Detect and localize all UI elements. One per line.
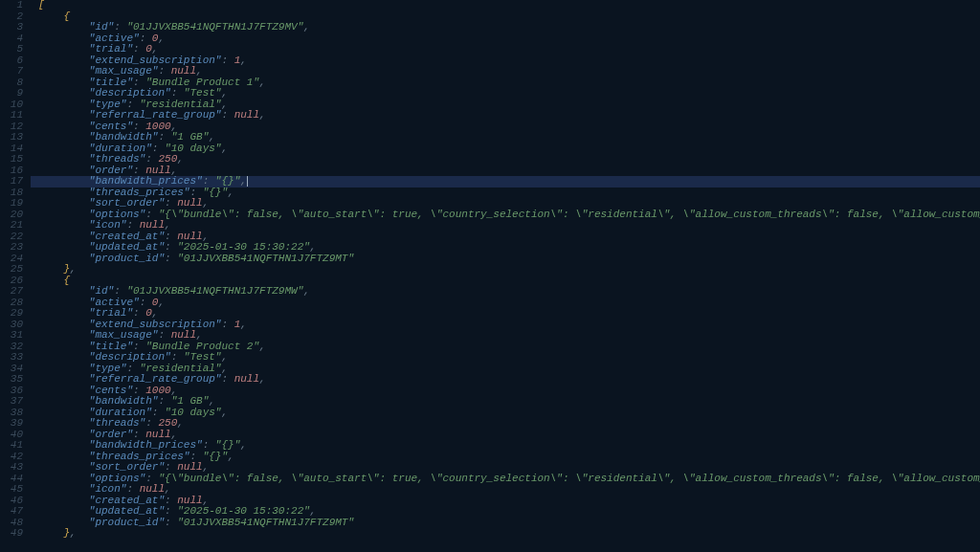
token-punct: :: [133, 165, 145, 176]
token-punct: :: [145, 473, 158, 484]
token-key: "active": [89, 33, 140, 44]
code-line[interactable]: "id": "01JJVXBB541NQFTHN1J7FTZ9MW",: [31, 286, 980, 298]
token-null: null: [234, 109, 259, 121]
token-punct: :: [133, 429, 145, 440]
token-punct: ,: [228, 451, 234, 462]
token-null: null: [171, 65, 196, 77]
token-key: "created_at": [89, 495, 165, 506]
token-str: "10 days": [165, 407, 221, 418]
token-key: "updated_at": [89, 241, 165, 253]
token-null: null: [140, 219, 165, 231]
token-punct: ,: [152, 307, 159, 319]
code-line[interactable]: "active": 0,: [31, 33, 980, 45]
token-key: "referral_rate_group": [89, 373, 222, 385]
token-key: "icon": [89, 483, 127, 495]
code-line[interactable]: "options": "{\"bundle\": false, \"auto_s…: [31, 210, 980, 221]
token-key: "active": [89, 297, 140, 308]
token-punct: :: [189, 451, 202, 462]
token-key: "options": [89, 473, 145, 484]
line-number: 37: [0, 396, 23, 408]
token-punct: :: [133, 121, 145, 132]
token-str: "01JJVXBB541NQFTHN1J7FTZ9MW": [126, 285, 303, 297]
token-str: "{\"bundle\": false, \"auto_start\": tru…: [158, 209, 980, 220]
token-punct: ,: [310, 505, 317, 517]
token-key: "max_usage": [89, 329, 159, 341]
token-punct: :: [158, 329, 170, 341]
token-punct: ,: [196, 329, 203, 341]
token-punct: ,: [240, 175, 247, 187]
line-number: 47: [0, 506, 23, 518]
token-punct: ,: [158, 33, 165, 44]
token-punct: :: [114, 21, 126, 33]
token-punct: ,: [310, 241, 317, 253]
code-content[interactable]: [ { "id": "01JJVXBB541NQFTHN1J7FTZ9MV", …: [31, 0, 980, 552]
token-punct: ,: [165, 219, 171, 231]
token-punct: :: [165, 253, 177, 264]
line-number: 45: [0, 484, 23, 496]
token-null: null: [140, 483, 165, 495]
token-key: "cents": [89, 121, 133, 132]
line-number: 29: [0, 308, 23, 320]
code-line[interactable]: "id": "01JJVXBB541NQFTHN1J7FTZ9MV",: [31, 22, 980, 33]
line-number: 41: [0, 440, 23, 452]
code-line[interactable]: [: [31, 0, 980, 11]
line-number-gutter: 1234567891011121314151617181920212223242…: [0, 0, 31, 552]
token-key: "order": [89, 165, 133, 176]
line-number: 17: [0, 176, 23, 188]
token-key: "title": [89, 341, 133, 352]
token-key: "order": [89, 429, 133, 440]
line-number: 5: [0, 44, 23, 55]
token-key: "id": [89, 21, 114, 33]
token-str: "{\"bundle\": false, \"auto_start\": tru…: [158, 473, 980, 484]
token-punct: ,: [259, 373, 266, 385]
token-str: "residential": [140, 363, 222, 374]
code-line[interactable]: "options": "{\"bundle\": false, \"auto_s…: [31, 474, 980, 485]
token-punct: ,: [259, 77, 266, 88]
token-punct: :: [189, 187, 202, 198]
token-null: null: [234, 373, 259, 385]
token-key: "threads_prices": [89, 451, 190, 462]
token-key: "bandwidth": [89, 131, 159, 143]
code-line[interactable]: "active": 0,: [31, 298, 980, 309]
text-cursor: [247, 176, 248, 187]
token-str: "01JJVXBB541NQFTHN1J7FTZ9MT": [177, 253, 354, 264]
token-num: 250: [158, 417, 177, 429]
token-punct: :: [133, 385, 145, 396]
line-number: 39: [0, 418, 23, 430]
line-number: 1: [0, 0, 23, 11]
token-punct: :: [165, 495, 177, 506]
line-number: 13: [0, 132, 23, 144]
code-line[interactable]: "product_id": "01JJVXBB541NQFTHN1J7FTZ9M…: [31, 518, 980, 529]
token-punct: :: [133, 307, 145, 319]
code-line[interactable]: },: [31, 264, 980, 276]
token-punct: ,: [171, 385, 178, 396]
token-key: "duration": [89, 407, 152, 418]
token-punct: ,: [259, 109, 266, 121]
token-str: "Test": [184, 87, 222, 99]
token-punct: ,: [209, 131, 215, 143]
code-line[interactable]: },: [31, 528, 980, 540]
token-punct: :: [133, 43, 145, 55]
token-punct: ,: [221, 143, 228, 154]
token-punct: :: [171, 351, 184, 363]
line-number: 33: [0, 352, 23, 364]
token-key: "extend_subscription": [89, 319, 222, 330]
token-str: "2025-01-30 15:30:22": [177, 241, 310, 253]
token-key: "referral_rate_group": [89, 109, 222, 121]
token-str: "2025-01-30 15:30:22": [177, 505, 310, 517]
code-line[interactable]: "product_id": "01JJVXBB541NQFTHN1J7FTZ9M…: [31, 254, 980, 265]
token-punct: :: [126, 219, 139, 231]
token-punct: ,: [221, 99, 228, 110]
token-key: "updated_at": [89, 505, 165, 517]
token-punct: :: [221, 55, 234, 66]
token-brace: [: [38, 0, 45, 11]
code-editor[interactable]: 1234567891011121314151617181920212223242…: [0, 0, 980, 552]
token-punct: ,: [221, 407, 228, 418]
line-number: 21: [0, 220, 23, 232]
token-null: null: [177, 495, 202, 506]
token-punct: :: [133, 77, 145, 88]
code-line[interactable]: "order": null,: [31, 166, 980, 177]
line-number: 49: [0, 528, 23, 540]
token-punct: :: [158, 131, 170, 143]
line-number: 23: [0, 242, 23, 254]
